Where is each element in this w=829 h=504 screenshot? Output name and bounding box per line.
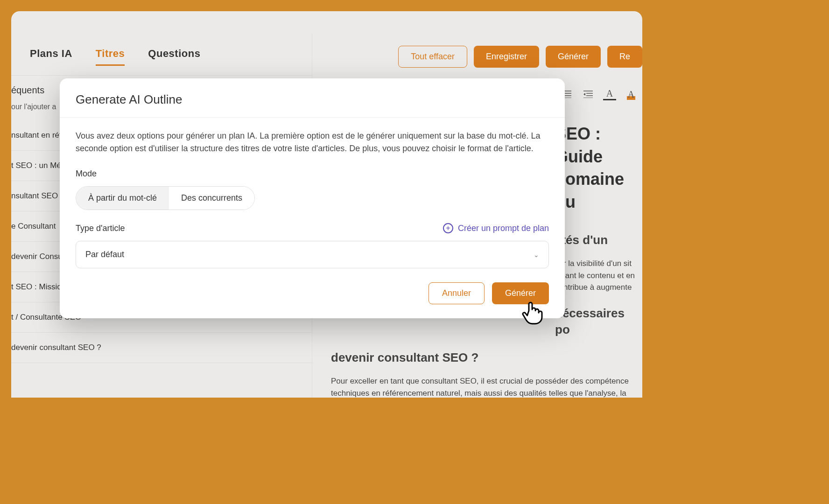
modal-overlay: Generate AI Outline Vous avez deux optio… (0, 0, 653, 398)
cancel-button[interactable]: Annuler (429, 282, 485, 304)
article-type-select[interactable]: Par défaut ⌄ (76, 241, 549, 268)
mode-label: Mode (76, 169, 549, 179)
modal-footer: Annuler Générer (76, 282, 549, 304)
mode-option-competitors[interactable]: Des concurrents (169, 187, 254, 210)
type-label: Type d'article (76, 224, 125, 233)
mode-segmented: À partir du mot-clé Des concurrents (76, 186, 255, 210)
select-value: Par défaut (85, 250, 124, 259)
generate-outline-modal: Generate AI Outline Vous avez deux optio… (60, 78, 565, 318)
mode-option-keyword[interactable]: À partir du mot-clé (76, 187, 169, 210)
modal-title: Generate AI Outline (76, 92, 549, 107)
modal-body: Vous avez deux options pour générer un p… (60, 118, 565, 318)
modal-generate-button[interactable]: Générer (492, 282, 549, 304)
modal-header: Generate AI Outline (60, 78, 565, 118)
plus-circle-icon: + (443, 223, 453, 233)
create-prompt-link[interactable]: + Créer un prompt de plan (443, 223, 549, 233)
create-prompt-text: Créer un prompt de plan (458, 224, 549, 233)
type-row: Type d'article + Créer un prompt de plan (76, 223, 549, 233)
chevron-down-icon: ⌄ (534, 251, 539, 259)
modal-description: Vous avez deux options pour générer un p… (76, 130, 549, 155)
